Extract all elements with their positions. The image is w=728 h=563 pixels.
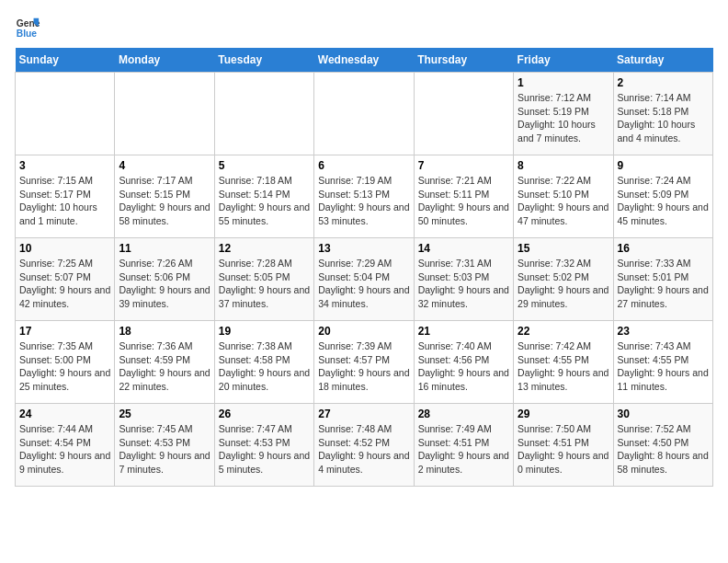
day-info: Sunrise: 7:17 AM Sunset: 5:15 PM Dayligh… bbox=[119, 174, 210, 228]
day-info: Sunrise: 7:42 AM Sunset: 4:55 PM Dayligh… bbox=[518, 339, 609, 394]
logo: General Blue bbox=[15, 15, 40, 40]
day-number: 9 bbox=[618, 159, 709, 172]
day-info: Sunrise: 7:49 AM Sunset: 4:51 PM Dayligh… bbox=[418, 422, 509, 477]
day-number: 2 bbox=[618, 76, 709, 89]
day-number: 18 bbox=[119, 325, 210, 338]
logo-icon: General Blue bbox=[15, 15, 40, 40]
day-info: Sunrise: 7:43 AM Sunset: 4:55 PM Dayligh… bbox=[618, 339, 709, 394]
day-cell bbox=[314, 73, 414, 155]
day-header-row: SundayMondayTuesdayWednesdayThursdayFrid… bbox=[16, 48, 713, 73]
day-cell: 21Sunrise: 7:40 AM Sunset: 4:56 PM Dayli… bbox=[414, 321, 513, 404]
day-cell: 23Sunrise: 7:43 AM Sunset: 4:55 PM Dayli… bbox=[613, 321, 712, 404]
day-info: Sunrise: 7:28 AM Sunset: 5:05 PM Dayligh… bbox=[219, 257, 310, 311]
day-cell: 24Sunrise: 7:44 AM Sunset: 4:54 PM Dayli… bbox=[16, 404, 115, 487]
day-number: 7 bbox=[418, 159, 509, 172]
day-header-tuesday: Tuesday bbox=[214, 48, 313, 73]
day-cell: 9Sunrise: 7:24 AM Sunset: 5:09 PM Daylig… bbox=[613, 155, 712, 238]
day-number: 27 bbox=[318, 408, 409, 420]
day-cell: 29Sunrise: 7:50 AM Sunset: 4:51 PM Dayli… bbox=[514, 404, 613, 487]
day-info: Sunrise: 7:33 AM Sunset: 5:01 PM Dayligh… bbox=[618, 257, 709, 311]
day-info: Sunrise: 7:36 AM Sunset: 4:59 PM Dayligh… bbox=[119, 339, 210, 394]
svg-text:Blue: Blue bbox=[17, 29, 38, 39]
day-cell: 12Sunrise: 7:28 AM Sunset: 5:05 PM Dayli… bbox=[214, 238, 313, 321]
day-info: Sunrise: 7:32 AM Sunset: 5:02 PM Dayligh… bbox=[518, 257, 609, 311]
day-cell: 26Sunrise: 7:47 AM Sunset: 4:53 PM Dayli… bbox=[214, 404, 313, 487]
day-info: Sunrise: 7:52 AM Sunset: 4:50 PM Dayligh… bbox=[618, 422, 709, 477]
week-row-4: 17Sunrise: 7:35 AM Sunset: 5:00 PM Dayli… bbox=[16, 321, 713, 404]
day-number: 26 bbox=[219, 408, 310, 420]
day-cell: 28Sunrise: 7:49 AM Sunset: 4:51 PM Dayli… bbox=[414, 404, 513, 487]
day-cell: 27Sunrise: 7:48 AM Sunset: 4:52 PM Dayli… bbox=[314, 404, 414, 487]
page-header: General Blue bbox=[15, 15, 713, 40]
day-number: 30 bbox=[618, 408, 709, 420]
day-info: Sunrise: 7:15 AM Sunset: 5:17 PM Dayligh… bbox=[19, 174, 110, 228]
day-number: 23 bbox=[618, 325, 709, 338]
day-info: Sunrise: 7:12 AM Sunset: 5:19 PM Dayligh… bbox=[518, 91, 609, 145]
week-row-3: 10Sunrise: 7:25 AM Sunset: 5:07 PM Dayli… bbox=[16, 238, 713, 321]
day-number: 17 bbox=[19, 325, 110, 338]
day-header-friday: Friday bbox=[514, 48, 613, 73]
day-info: Sunrise: 7:50 AM Sunset: 4:51 PM Dayligh… bbox=[518, 422, 609, 477]
day-number: 5 bbox=[219, 159, 310, 172]
day-info: Sunrise: 7:48 AM Sunset: 4:52 PM Dayligh… bbox=[318, 422, 409, 477]
day-number: 11 bbox=[119, 242, 210, 255]
day-number: 8 bbox=[518, 159, 609, 172]
day-number: 25 bbox=[119, 408, 210, 420]
day-number: 6 bbox=[318, 159, 409, 172]
day-cell: 17Sunrise: 7:35 AM Sunset: 5:00 PM Dayli… bbox=[16, 321, 115, 404]
day-info: Sunrise: 7:44 AM Sunset: 4:54 PM Dayligh… bbox=[19, 422, 110, 477]
day-number: 29 bbox=[518, 408, 609, 420]
day-cell: 1Sunrise: 7:12 AM Sunset: 5:19 PM Daylig… bbox=[514, 73, 613, 155]
day-cell: 11Sunrise: 7:26 AM Sunset: 5:06 PM Dayli… bbox=[115, 238, 214, 321]
day-cell: 5Sunrise: 7:18 AM Sunset: 5:14 PM Daylig… bbox=[214, 155, 313, 238]
day-number: 16 bbox=[618, 242, 709, 255]
day-info: Sunrise: 7:19 AM Sunset: 5:13 PM Dayligh… bbox=[318, 174, 409, 228]
day-cell: 7Sunrise: 7:21 AM Sunset: 5:11 PM Daylig… bbox=[414, 155, 513, 238]
day-info: Sunrise: 7:38 AM Sunset: 4:58 PM Dayligh… bbox=[219, 339, 310, 394]
day-header-monday: Monday bbox=[115, 48, 214, 73]
day-number: 12 bbox=[219, 242, 310, 255]
day-cell bbox=[115, 73, 214, 155]
day-number: 10 bbox=[19, 242, 110, 255]
day-cell bbox=[414, 73, 513, 155]
day-number: 14 bbox=[418, 242, 509, 255]
day-header-saturday: Saturday bbox=[613, 48, 712, 73]
day-number: 3 bbox=[19, 159, 110, 172]
day-number: 19 bbox=[219, 325, 310, 338]
day-cell: 14Sunrise: 7:31 AM Sunset: 5:03 PM Dayli… bbox=[414, 238, 513, 321]
day-header-wednesday: Wednesday bbox=[314, 48, 414, 73]
day-number: 15 bbox=[518, 242, 609, 255]
day-info: Sunrise: 7:40 AM Sunset: 4:56 PM Dayligh… bbox=[418, 339, 509, 394]
day-cell: 16Sunrise: 7:33 AM Sunset: 5:01 PM Dayli… bbox=[613, 238, 712, 321]
week-row-5: 24Sunrise: 7:44 AM Sunset: 4:54 PM Dayli… bbox=[16, 404, 713, 487]
day-cell: 8Sunrise: 7:22 AM Sunset: 5:10 PM Daylig… bbox=[514, 155, 613, 238]
day-cell: 2Sunrise: 7:14 AM Sunset: 5:18 PM Daylig… bbox=[613, 73, 712, 155]
day-cell: 10Sunrise: 7:25 AM Sunset: 5:07 PM Dayli… bbox=[16, 238, 115, 321]
day-number: 21 bbox=[418, 325, 509, 338]
day-cell bbox=[16, 73, 115, 155]
day-info: Sunrise: 7:31 AM Sunset: 5:03 PM Dayligh… bbox=[418, 257, 509, 311]
day-header-thursday: Thursday bbox=[414, 48, 513, 73]
day-info: Sunrise: 7:29 AM Sunset: 5:04 PM Dayligh… bbox=[318, 257, 409, 311]
day-cell: 25Sunrise: 7:45 AM Sunset: 4:53 PM Dayli… bbox=[115, 404, 214, 487]
day-number: 22 bbox=[518, 325, 609, 338]
day-number: 1 bbox=[518, 76, 609, 89]
day-info: Sunrise: 7:25 AM Sunset: 5:07 PM Dayligh… bbox=[19, 257, 110, 311]
day-header-sunday: Sunday bbox=[16, 48, 115, 73]
day-info: Sunrise: 7:39 AM Sunset: 4:57 PM Dayligh… bbox=[318, 339, 409, 394]
day-cell: 3Sunrise: 7:15 AM Sunset: 5:17 PM Daylig… bbox=[16, 155, 115, 238]
day-cell: 15Sunrise: 7:32 AM Sunset: 5:02 PM Dayli… bbox=[514, 238, 613, 321]
day-cell: 6Sunrise: 7:19 AM Sunset: 5:13 PM Daylig… bbox=[314, 155, 414, 238]
week-row-2: 3Sunrise: 7:15 AM Sunset: 5:17 PM Daylig… bbox=[16, 155, 713, 238]
day-cell: 19Sunrise: 7:38 AM Sunset: 4:58 PM Dayli… bbox=[214, 321, 313, 404]
day-info: Sunrise: 7:24 AM Sunset: 5:09 PM Dayligh… bbox=[618, 174, 709, 228]
day-cell: 13Sunrise: 7:29 AM Sunset: 5:04 PM Dayli… bbox=[314, 238, 414, 321]
day-info: Sunrise: 7:21 AM Sunset: 5:11 PM Dayligh… bbox=[418, 174, 509, 228]
day-number: 20 bbox=[318, 325, 409, 338]
day-info: Sunrise: 7:18 AM Sunset: 5:14 PM Dayligh… bbox=[219, 174, 310, 228]
day-number: 28 bbox=[418, 408, 509, 420]
day-cell: 30Sunrise: 7:52 AM Sunset: 4:50 PM Dayli… bbox=[613, 404, 712, 487]
day-info: Sunrise: 7:22 AM Sunset: 5:10 PM Dayligh… bbox=[518, 174, 609, 228]
day-info: Sunrise: 7:26 AM Sunset: 5:06 PM Dayligh… bbox=[119, 257, 210, 311]
day-info: Sunrise: 7:47 AM Sunset: 4:53 PM Dayligh… bbox=[219, 422, 310, 477]
